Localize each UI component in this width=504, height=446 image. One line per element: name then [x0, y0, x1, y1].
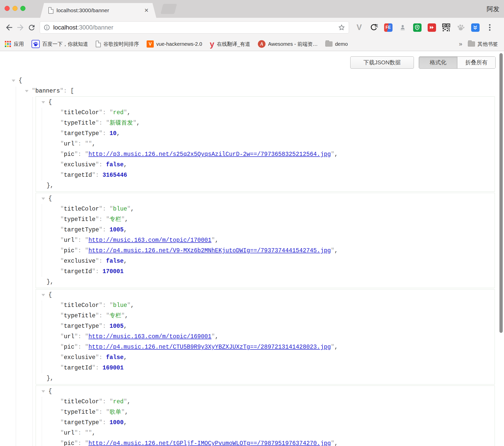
json-number-value: 10 — [109, 128, 117, 139]
json-line: "targetType": 10, — [36, 128, 495, 139]
json-line: "targetId": 3165446 — [36, 170, 495, 181]
json-line: "url": "http://music.163.com/m/topic/170… — [36, 235, 495, 246]
reload-icon — [27, 23, 36, 32]
json-link[interactable]: http://music.163.com/m/topic/169001 — [88, 332, 211, 342]
json-link[interactable]: http://p4.music.126.net/CTU5B9R9y3XyYBZX… — [88, 342, 331, 352]
bookmark-youdao-translate[interactable]: y 在线翻译_有道 — [210, 40, 250, 48]
json-boolean-value: false — [106, 352, 123, 363]
back-button[interactable] — [4, 22, 15, 33]
qrcode-extension-icon[interactable] — [442, 23, 451, 32]
bookmarks-bar: 应用 百度一下，你就知道 谷歌按时间排序 V vue-hackernews-2.… — [0, 37, 504, 51]
tab-close-icon[interactable]: ✕ — [144, 7, 149, 13]
json-key: pic — [64, 438, 74, 446]
person-extension-icon[interactable] — [398, 23, 407, 32]
json-line: "pic": "http://p4.music.126.net/V9-MXz6b… — [36, 246, 495, 256]
window-zoom-button[interactable] — [20, 6, 25, 11]
json-number-value: 169001 — [103, 363, 124, 373]
vimium-extension-icon[interactable]: V — [355, 23, 364, 32]
json-line: }, — [36, 181, 495, 191]
forward-button[interactable] — [15, 22, 26, 33]
format-button[interactable]: 格式化 — [419, 57, 457, 68]
reload-button[interactable] — [26, 22, 37, 33]
other-bookmarks-folder[interactable]: 其他书签 — [468, 41, 498, 48]
bookmark-awesomes[interactable]: A Awesomes - 前端资… — [258, 40, 318, 48]
collapse-all-button[interactable]: 折叠所有 — [457, 57, 495, 68]
scrollbar-thumb[interactable] — [499, 53, 503, 333]
json-line: "typeTitle": "歌单", — [36, 407, 495, 418]
json-line: "targetType": 1000, — [36, 418, 495, 428]
json-line: "targetType": 1005, — [36, 321, 495, 332]
translate-extension-icon[interactable]: 英 — [369, 23, 378, 32]
collapse-toggle-icon[interactable] — [41, 294, 45, 296]
baidu-paw-icon — [32, 40, 40, 48]
tree-guide-line — [42, 301, 42, 373]
json-link[interactable]: http://p4.music.126.net/V9-MXz6b2MNhEKju… — [88, 246, 331, 256]
json-line: "titleColor": "blue", — [36, 300, 495, 311]
bookmarks-overflow-chevron[interactable]: » — [459, 40, 462, 48]
json-line: "url": "http://music.163.com/m/topic/169… — [36, 332, 495, 342]
tampermonkey-extension-icon[interactable] — [413, 23, 422, 32]
collapse-toggle-icon[interactable] — [41, 101, 45, 103]
bookmark-star-icon[interactable] — [338, 24, 345, 31]
json-key: url — [64, 139, 74, 149]
tree-guide-line — [42, 108, 42, 180]
bookmark-folder-demo[interactable]: demo — [325, 41, 348, 47]
json-key: pic — [64, 246, 74, 256]
new-tab-button[interactable] — [161, 4, 177, 14]
json-key: targetType — [64, 128, 99, 139]
json-link[interactable]: http://music.163.com/m/topic/170001 — [88, 235, 211, 246]
json-key: typeTitle — [64, 214, 95, 225]
json-line: "targetType": 1005, — [36, 225, 495, 235]
json-line: "url": "", — [36, 428, 495, 438]
browser-menu-button[interactable] — [485, 23, 494, 32]
navigation-bar: localhost:3000/banner V 英 FE — [0, 18, 504, 37]
json-line: "pic": "http://p3.music.126.net/s25q2x5Q… — [36, 149, 495, 160]
collapse-toggle-icon[interactable] — [25, 90, 29, 92]
json-root-line: { — [10, 76, 495, 86]
json-line: "typeTitle": "专栏", — [36, 214, 495, 225]
json-key: pic — [64, 342, 74, 352]
json-line: "typeTitle": "专栏", — [36, 311, 495, 321]
bookmark-google-sorted[interactable]: 谷歌按时间排序 — [96, 41, 139, 48]
json-link[interactable]: http://p3.music.126.net/s25q2x5QyqsAzilC… — [88, 149, 331, 160]
download-json-button[interactable]: 下载JSON数据 — [350, 56, 414, 69]
json-key: titleColor — [64, 108, 99, 118]
json-line: "url": "", — [36, 139, 495, 149]
json-line: "typeTitle": "新碟首发", — [36, 118, 495, 128]
vue-v-icon: V — [147, 40, 154, 48]
bookmark-apps[interactable]: 应用 — [5, 41, 24, 48]
folder-icon — [325, 41, 332, 47]
kebab-menu-icon — [489, 23, 491, 32]
json-string-value: 专栏 — [109, 214, 121, 225]
json-boolean-value: false — [106, 256, 123, 266]
window-close-button[interactable] — [5, 6, 10, 11]
folder-icon — [468, 41, 475, 47]
json-key: targetType — [64, 321, 99, 332]
json-line: "exclusive": false, — [36, 256, 495, 266]
json-link[interactable]: http://p4.music.126.net/tGPljf-IMOCyPvum… — [88, 438, 331, 446]
collapse-toggle-icon[interactable] — [12, 80, 15, 82]
profile-name[interactable]: 阿发 — [487, 0, 499, 18]
json-line: }, — [36, 373, 495, 384]
browser-tab[interactable]: localhost:3000/banner ✕ — [40, 3, 156, 18]
url-input[interactable]: localhost:3000/banner — [40, 21, 349, 34]
apps-grid-icon — [5, 41, 11, 47]
url-path: :3000/banner — [77, 24, 113, 31]
collapse-toggle-icon[interactable] — [41, 390, 45, 393]
shield-check-extension-icon[interactable] — [471, 23, 480, 32]
tree-guide-line — [16, 87, 16, 446]
json-key: typeTitle — [64, 118, 95, 128]
bookmark-vue-hackernews[interactable]: V vue-hackernews-2.0 — [147, 40, 202, 48]
fe-extension-icon[interactable]: FE — [384, 23, 393, 32]
fast-forward-extension-icon[interactable] — [427, 23, 436, 32]
json-string-value: 歌单 — [109, 407, 121, 418]
json-number-value: 1005 — [109, 321, 123, 332]
paw-extension-icon[interactable] — [456, 23, 465, 32]
banner-object-box: {"titleColor": "red","typeTitle": "新碟首发"… — [36, 96, 495, 192]
page-info-icon[interactable] — [44, 24, 50, 31]
json-line: "titleColor": "red", — [36, 397, 495, 407]
bookmark-baidu[interactable]: 百度一下，你就知道 — [32, 40, 88, 48]
window-minimize-button[interactable] — [12, 6, 18, 11]
collapse-toggle-icon[interactable] — [41, 198, 45, 200]
page-content: 下载JSON数据 格式化 折叠所有 { "banners": [ {"title… — [0, 51, 504, 446]
